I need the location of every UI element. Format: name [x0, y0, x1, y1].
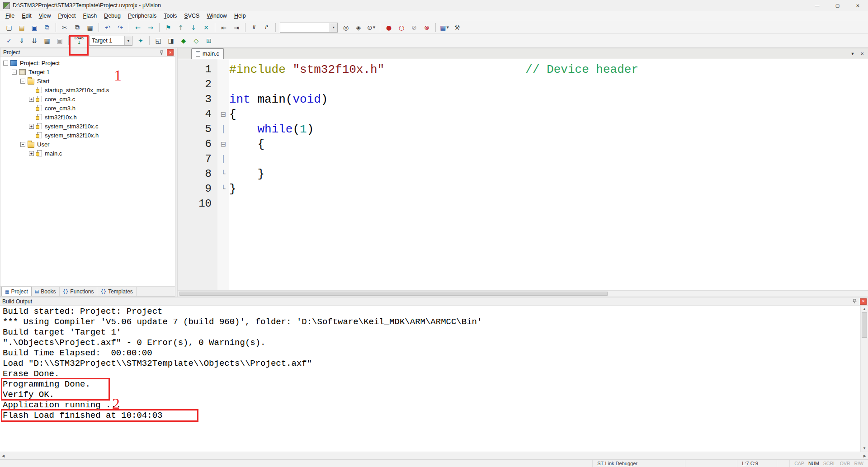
translate-file-button[interactable]: ✓: [4, 36, 14, 46]
panel-tab-functions[interactable]: {}Functions: [60, 287, 98, 296]
open-file-button[interactable]: ▤: [16, 22, 27, 33]
insert-breakpoint-button[interactable]: ●: [383, 22, 394, 33]
software-packs-button[interactable]: ◇: [191, 36, 202, 46]
menu-tools[interactable]: Tools: [160, 11, 180, 20]
tree-item-main-c[interactable]: +main.c: [0, 149, 175, 158]
fold-marker-icon[interactable]: └: [217, 185, 229, 193]
panel-tab-project[interactable]: ▦Project: [1, 287, 32, 296]
minimize-button[interactable]: —: [807, 0, 827, 11]
maximize-button[interactable]: ▢: [827, 0, 848, 11]
panel-tab-books[interactable]: ▤Books: [32, 287, 60, 296]
menu-svcs[interactable]: SVCS: [180, 11, 203, 20]
tree-item-target-1[interactable]: −Target 1: [0, 67, 175, 76]
scroll-up-icon[interactable]: ▲: [863, 307, 866, 311]
tree-item-system-stm32f10x-c[interactable]: +system_stm32f10x.c: [0, 122, 175, 131]
menu-project[interactable]: Project: [55, 11, 80, 20]
output-horizontal-scrollbar[interactable]: ◀ ▶: [0, 452, 868, 459]
close-document-icon[interactable]: ✕: [860, 52, 864, 56]
search-dropdown-button[interactable]: ⊙▼: [366, 22, 377, 33]
new-file-button[interactable]: ▢: [4, 22, 14, 33]
tree-expander-icon[interactable]: +: [29, 151, 34, 156]
options-for-target-button[interactable]: ✦: [135, 36, 146, 46]
tree-item-user[interactable]: −User: [0, 140, 175, 149]
scroll-left-icon[interactable]: ◀: [2, 454, 5, 458]
window-layout-button[interactable]: ▦▼: [439, 22, 450, 33]
runtime-environment-button[interactable]: ◆: [178, 36, 189, 46]
tree-item-system-stm32f10x-h[interactable]: system_stm32f10x.h: [0, 131, 175, 140]
fold-marker-icon[interactable]: │: [217, 125, 229, 133]
save-all-button[interactable]: ⧉: [42, 22, 52, 33]
menu-debug[interactable]: Debug: [100, 11, 124, 20]
scrollbar-thumb[interactable]: [862, 312, 867, 338]
close-panel-icon[interactable]: ✕: [167, 49, 174, 56]
tree-item-core-cm3-h[interactable]: core_cm3.h: [0, 104, 175, 113]
unindent-button[interactable]: ⇤: [218, 22, 229, 33]
disable-breakpoints-button[interactable]: ⊘: [409, 22, 420, 33]
next-bookmark-button[interactable]: ↓: [188, 22, 199, 33]
find-text-combo[interactable]: ▼: [280, 23, 338, 33]
tree-expander-icon[interactable]: +: [29, 124, 34, 129]
tree-expander-icon[interactable]: −: [3, 61, 8, 66]
toggle-bookmark-button[interactable]: ⚑: [163, 22, 174, 33]
chevron-down-icon[interactable]: ▼: [373, 26, 375, 29]
tree-expander-icon[interactable]: −: [20, 142, 25, 147]
clear-bookmarks-button[interactable]: ✕: [201, 22, 212, 33]
tree-expander-icon[interactable]: −: [12, 70, 17, 75]
pin-icon[interactable]: [852, 298, 858, 304]
undo-button[interactable]: ↶: [102, 22, 113, 33]
panel-tab-templates[interactable]: {}Templates: [97, 287, 136, 296]
menu-help[interactable]: Help: [231, 11, 250, 20]
batch-build-button[interactable]: ▦: [42, 36, 52, 46]
comment-button[interactable]: //: [249, 22, 259, 33]
fold-marker-icon[interactable]: │: [217, 155, 229, 163]
menu-flash[interactable]: Flash: [80, 11, 101, 20]
close-panel-icon[interactable]: ✕: [860, 298, 867, 305]
code-editor[interactable]: 1#include "stm32f10x.h" // Device header…: [178, 59, 868, 290]
find-button[interactable]: ◎: [340, 22, 351, 33]
tree-item-start[interactable]: −Start: [0, 76, 175, 85]
pack-installer-button[interactable]: ⊞: [203, 36, 214, 46]
build-output-content[interactable]: Build started: Project: Project*** Using…: [0, 306, 860, 452]
tree-item-stm32f10x-h[interactable]: stm32f10x.h: [0, 113, 175, 122]
navigate-back-button[interactable]: ←: [132, 22, 143, 33]
scroll-down-icon[interactable]: ▼: [863, 446, 866, 450]
file-extensions-button[interactable]: ◨: [165, 36, 176, 46]
indent-button[interactable]: ⇥: [231, 22, 242, 33]
menu-peripherals[interactable]: Peripherals: [124, 11, 160, 20]
tab-main-c[interactable]: main.c: [191, 48, 224, 59]
pin-icon[interactable]: [159, 50, 165, 56]
stop-build-button[interactable]: ▣: [54, 36, 65, 46]
chevron-down-icon[interactable]: ▼: [330, 23, 337, 32]
chevron-down-icon[interactable]: ▼: [124, 36, 132, 45]
manage-project-items-button[interactable]: ◱: [153, 36, 164, 46]
configure-button[interactable]: ⚒: [452, 22, 462, 33]
build-button[interactable]: ⇓: [16, 36, 27, 46]
editor-horizontal-scrollbar[interactable]: [178, 290, 868, 297]
chevron-down-icon[interactable]: ▼: [446, 26, 448, 29]
scroll-right-icon[interactable]: ▶: [863, 454, 866, 458]
cut-button[interactable]: ✂: [59, 22, 70, 33]
output-vertical-scrollbar[interactable]: ▲ ▼: [860, 306, 868, 452]
tree-item-project-project[interactable]: −Project: Project: [0, 58, 175, 67]
find-in-files-button[interactable]: ◈: [353, 22, 364, 33]
target-select-combo[interactable]: Target 1▼: [89, 36, 132, 46]
paste-button[interactable]: ▦: [85, 22, 95, 33]
fold-marker-icon[interactable]: └: [217, 170, 229, 178]
navigate-forward-button[interactable]: →: [145, 22, 156, 33]
tree-expander-icon[interactable]: −: [20, 79, 25, 84]
fold-marker-icon[interactable]: ⊟: [217, 110, 229, 118]
tree-expander-icon[interactable]: +: [29, 97, 34, 102]
menu-edit[interactable]: Edit: [18, 11, 35, 20]
enable-breakpoint-button[interactable]: ○: [396, 22, 407, 33]
close-button[interactable]: ✕: [848, 0, 868, 11]
menu-view[interactable]: View: [35, 11, 55, 20]
menu-window[interactable]: Window: [203, 11, 230, 20]
save-button[interactable]: ▣: [29, 22, 40, 33]
rebuild-all-button[interactable]: ⇊: [29, 36, 40, 46]
tree-item-core-cm3-c[interactable]: +core_cm3.c: [0, 94, 175, 104]
tree-item-startup-stm32f10x-md-s[interactable]: startup_stm32f10x_md.s: [0, 85, 175, 94]
download-to-flash-button[interactable]: LOAD↓: [72, 35, 86, 47]
copy-button[interactable]: ⧉: [72, 22, 83, 33]
kill-breakpoints-button[interactable]: ⊗: [421, 22, 432, 33]
document-list-dropdown-icon[interactable]: ▼: [851, 52, 855, 56]
